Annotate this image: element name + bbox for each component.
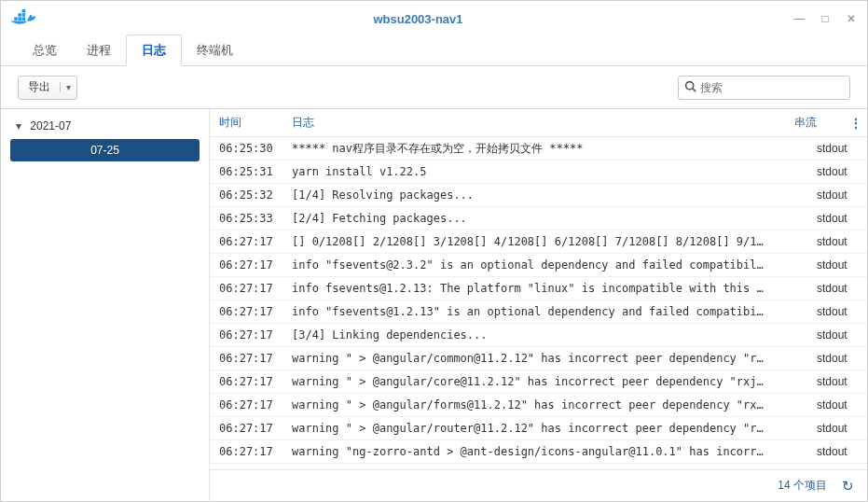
item-count: 14 个项目: [778, 478, 827, 494]
window-controls: — □ ✕: [792, 12, 858, 25]
column-menu-icon[interactable]: ⋮: [845, 117, 867, 130]
cell-stream: stdout: [807, 235, 867, 248]
minimize-button[interactable]: —: [792, 12, 806, 25]
table-row[interactable]: 06:27:17warning "ng-zorro-antd > @ant-de…: [210, 440, 867, 464]
cell-time: 06:27:17: [210, 258, 282, 272]
app-window: wbsu2003-nav1 — □ ✕ 总览进程日志终端机 导出 ▾ ▾ 202…: [0, 0, 868, 502]
cell-stream: stdout: [807, 142, 867, 155]
cell-stream: stdout: [807, 398, 867, 411]
cell-time: 06:27:17: [210, 375, 282, 388]
chevron-down-icon: ▾: [16, 119, 25, 132]
titlebar: wbsu2003-nav1 — □ ✕: [1, 1, 867, 36]
tab-0[interactable]: 总览: [18, 35, 72, 65]
cell-stream: stdout: [807, 328, 867, 342]
table-row[interactable]: 06:25:31yarn install v1.22.5stdout: [210, 160, 867, 184]
tab-3[interactable]: 终端机: [182, 35, 248, 65]
table-row[interactable]: 06:27:17warning " > @angular/forms@11.2.…: [210, 394, 867, 417]
cell-time: 06:25:30: [210, 142, 282, 155]
cell-log: ***** nav程序目录不存在或为空，开始拷贝文件 *****: [282, 141, 807, 157]
grid-header: 时间 日志 串流 ⋮: [210, 109, 867, 137]
cell-time: 06:27:17: [210, 445, 282, 458]
cell-log: info "fsevents@1.2.13" is an optional de…: [282, 305, 807, 318]
export-label: 导出: [19, 79, 60, 95]
tree-month-label: 2021-07: [30, 119, 71, 132]
cell-stream: stdout: [807, 282, 867, 295]
main: 时间 日志 串流 ⋮ 06:25:30***** nav程序目录不存在或为空，开…: [210, 109, 867, 501]
cell-log: warning "ng-zorro-antd > @ant-design/ico…: [282, 445, 807, 458]
cell-time: 06:27:17: [210, 422, 282, 435]
close-button[interactable]: ✕: [845, 12, 858, 25]
cell-stream: stdout: [807, 188, 867, 202]
cell-time: 06:25:33: [210, 212, 282, 225]
tab-2[interactable]: 日志: [126, 35, 182, 66]
cell-stream: stdout: [807, 375, 867, 388]
svg-rect-3: [18, 13, 21, 16]
maximize-button[interactable]: □: [819, 12, 832, 25]
cell-log: [] 0/1208[] 2/1208[] 3/1208[] 4/1208[] 6…: [282, 235, 807, 248]
svg-rect-2: [22, 17, 25, 20]
cell-log: warning " > @angular/router@11.2.12" has…: [282, 422, 807, 435]
cell-time: 06:27:17: [210, 398, 282, 411]
cell-stream: stdout: [807, 445, 867, 458]
cell-log: warning " > @angular/forms@11.2.12" has …: [282, 398, 807, 411]
cell-time: 06:25:31: [210, 165, 282, 178]
svg-rect-5: [22, 9, 25, 12]
table-row[interactable]: 06:25:30***** nav程序目录不存在或为空，开始拷贝文件 *****…: [210, 137, 867, 160]
search-box[interactable]: [678, 76, 850, 100]
grid-footer: 14 个项目 ↻: [210, 469, 867, 501]
cell-time: 06:27:17: [210, 235, 282, 248]
body: ▾ 2021-07 07-25 时间 日志 串流 ⋮ 06:25:30*****…: [1, 109, 867, 501]
toolbar: 导出 ▾: [1, 66, 867, 109]
table-row[interactable]: 06:27:17[3/4] Linking dependencies...std…: [210, 324, 867, 347]
tab-1[interactable]: 进程: [72, 35, 126, 65]
cell-log: [3/4] Linking dependencies...: [282, 328, 807, 342]
cell-stream: stdout: [807, 165, 867, 178]
cell-time: 06:27:17: [210, 282, 282, 295]
search-input[interactable]: [700, 81, 844, 94]
col-header-time[interactable]: 时间: [210, 115, 282, 131]
cell-log: info "fsevents@2.3.2" is an optional dep…: [282, 258, 807, 272]
cell-log: warning " > @angular/common@11.2.12" has…: [282, 352, 807, 365]
cell-time: 06:25:32: [210, 188, 282, 202]
cell-log: [1/4] Resolving packages...: [282, 188, 807, 202]
table-row[interactable]: 06:27:17warning " > @angular/router@11.2…: [210, 417, 867, 440]
table-row[interactable]: 06:27:17warning " > @angular/common@11.2…: [210, 347, 867, 370]
chevron-down-icon[interactable]: ▾: [60, 82, 76, 92]
grid-body[interactable]: 06:25:30***** nav程序目录不存在或为空，开始拷贝文件 *****…: [210, 137, 867, 469]
cell-time: 06:27:17: [210, 328, 282, 342]
svg-line-7: [693, 88, 696, 91]
cell-log: warning " > @angular/core@11.2.12" has i…: [282, 375, 807, 388]
export-button[interactable]: 导出 ▾: [18, 76, 77, 100]
cell-log: [2/4] Fetching packages...: [282, 212, 807, 225]
tree-month[interactable]: ▾ 2021-07: [1, 115, 209, 137]
table-row[interactable]: 06:27:17[] 0/1208[] 2/1208[] 3/1208[] 4/…: [210, 230, 867, 254]
docker-logo-icon: [10, 9, 36, 28]
cell-stream: stdout: [807, 258, 867, 272]
col-header-log[interactable]: 日志: [282, 115, 785, 131]
table-row[interactable]: 06:25:33[2/4] Fetching packages...stdout: [210, 207, 867, 230]
cell-stream: stdout: [807, 305, 867, 318]
svg-rect-0: [14, 17, 17, 20]
table-row[interactable]: 06:27:17warning " > @angular/core@11.2.1…: [210, 370, 867, 394]
col-header-stream[interactable]: 串流: [785, 115, 845, 131]
table-row[interactable]: 06:27:17info fsevents@1.2.13: The platfo…: [210, 277, 867, 300]
cell-stream: stdout: [807, 422, 867, 435]
table-row[interactable]: 06:27:17info "fsevents@1.2.13" is an opt…: [210, 300, 867, 324]
table-row[interactable]: 06:27:17info "fsevents@2.3.2" is an opti…: [210, 254, 867, 277]
tree-day[interactable]: 07-25: [10, 139, 200, 161]
sidebar: ▾ 2021-07 07-25: [1, 109, 210, 501]
cell-time: 06:27:17: [210, 305, 282, 318]
svg-point-6: [686, 81, 694, 89]
cell-log: yarn install v1.22.5: [282, 165, 807, 178]
svg-rect-1: [18, 17, 21, 20]
table-row[interactable]: 06:25:32[1/4] Resolving packages...stdou…: [210, 184, 867, 207]
cell-time: 06:27:17: [210, 352, 282, 365]
search-icon: [684, 80, 696, 95]
cell-stream: stdout: [807, 212, 867, 225]
tabs: 总览进程日志终端机: [1, 36, 867, 66]
cell-log: info fsevents@1.2.13: The platform "linu…: [282, 282, 807, 295]
cell-stream: stdout: [807, 352, 867, 365]
window-title: wbsu2003-nav1: [44, 12, 792, 26]
svg-rect-4: [22, 13, 25, 16]
refresh-icon[interactable]: ↻: [842, 478, 854, 495]
